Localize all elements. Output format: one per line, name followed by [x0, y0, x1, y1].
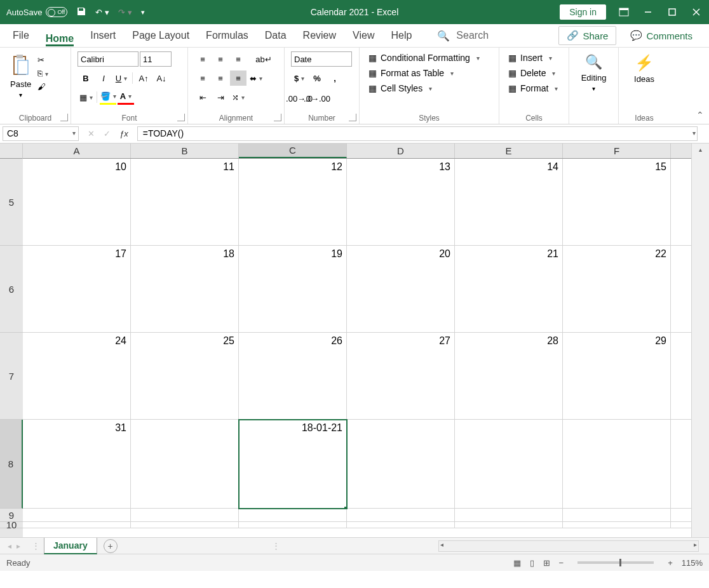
font-name-input[interactable]: [78, 51, 138, 67]
sign-in-button[interactable]: Sign in: [560, 4, 606, 20]
accounting-icon[interactable]: $: [291, 70, 307, 86]
row-header[interactable]: 10: [0, 522, 23, 528]
italic-button[interactable]: I: [95, 70, 112, 86]
cell[interactable]: [347, 420, 455, 509]
number-format-input[interactable]: [291, 51, 352, 67]
delete-cells-button[interactable]: ▦Delete: [506, 67, 562, 79]
minimize-icon[interactable]: [642, 6, 654, 18]
increase-font-icon[interactable]: A↑: [135, 70, 152, 86]
cell[interactable]: 11: [131, 159, 239, 246]
copy-icon[interactable]: ⎘: [37, 69, 48, 78]
font-dialog-launcher[interactable]: [177, 114, 185, 121]
editing-button[interactable]: 🔍 Editing ▾: [576, 51, 612, 95]
align-right-icon[interactable]: ≡: [230, 70, 246, 86]
cell[interactable]: [23, 522, 131, 528]
font-size-input[interactable]: [140, 51, 172, 67]
column-header[interactable]: B: [131, 144, 239, 158]
cell[interactable]: 19: [239, 246, 347, 333]
comma-icon[interactable]: ,: [327, 70, 343, 86]
maximize-icon[interactable]: [666, 6, 679, 18]
expand-formula-icon[interactable]: ▾: [692, 130, 696, 137]
zoom-in-icon[interactable]: +: [668, 558, 673, 568]
format-painter-icon[interactable]: 🖌: [37, 82, 48, 91]
page-layout-view-icon[interactable]: ▯: [530, 558, 534, 568]
add-sheet-button[interactable]: +: [104, 539, 118, 553]
fx-icon[interactable]: ƒx: [119, 129, 128, 138]
tab-file[interactable]: File: [13, 30, 29, 41]
cell[interactable]: 17: [23, 246, 131, 333]
cell[interactable]: [347, 509, 455, 522]
select-all-corner[interactable]: [0, 144, 23, 159]
orientation-icon[interactable]: ⤭: [230, 90, 246, 105]
cell[interactable]: 14: [455, 159, 563, 246]
percent-icon[interactable]: %: [309, 70, 325, 86]
sheet-nav-prev-icon[interactable]: ◂: [8, 542, 11, 551]
row-header[interactable]: 6: [0, 246, 23, 333]
cell[interactable]: 26: [239, 333, 347, 420]
cell[interactable]: [239, 509, 347, 522]
close-icon[interactable]: [690, 6, 703, 18]
align-middle-icon[interactable]: ≡: [212, 51, 229, 67]
cell[interactable]: [239, 522, 347, 528]
cell[interactable]: 12: [239, 159, 347, 246]
cell[interactable]: 18-01-21: [239, 420, 347, 509]
tell-me-search[interactable]: 🔍 Search: [437, 30, 489, 42]
cell[interactable]: [131, 420, 239, 509]
tab-home[interactable]: Home: [46, 30, 74, 46]
cancel-formula-icon[interactable]: ✕: [88, 129, 95, 138]
row-header[interactable]: 8: [0, 420, 23, 509]
align-bottom-icon[interactable]: ≡: [230, 51, 246, 67]
cell[interactable]: [563, 509, 671, 522]
cell[interactable]: [23, 509, 131, 522]
decrease-decimal-icon[interactable]: .0→.00: [309, 91, 325, 106]
row-header[interactable]: 7: [0, 333, 23, 420]
cell[interactable]: [455, 522, 563, 528]
customize-qat-icon[interactable]: ▾: [141, 8, 145, 17]
borders-icon[interactable]: ▦: [78, 90, 94, 105]
clipboard-dialog-launcher[interactable]: [60, 114, 68, 121]
align-left-icon[interactable]: ≡: [194, 70, 211, 86]
undo-icon[interactable]: ↶ ▾: [95, 8, 109, 17]
column-header[interactable]: A: [23, 144, 131, 158]
ribbon-display-icon[interactable]: [618, 6, 630, 18]
row-header[interactable]: 5: [0, 159, 23, 246]
cell[interactable]: 31: [23, 420, 131, 509]
page-break-view-icon[interactable]: ⊞: [543, 558, 550, 568]
alignment-dialog-launcher[interactable]: [274, 114, 281, 121]
cell[interactable]: [131, 522, 239, 528]
cell[interactable]: 22: [563, 246, 671, 333]
tab-help[interactable]: Help: [391, 30, 412, 41]
number-dialog-launcher[interactable]: [349, 114, 356, 121]
cell[interactable]: 21: [455, 246, 563, 333]
tab-insert[interactable]: Insert: [90, 30, 116, 41]
tab-formulas[interactable]: Formulas: [206, 30, 248, 41]
column-header[interactable]: D: [347, 144, 455, 158]
cell[interactable]: [563, 420, 671, 509]
share-button[interactable]: 🔗Share: [558, 26, 616, 45]
wrap-text-icon[interactable]: ab↵: [255, 51, 272, 67]
cell[interactable]: [131, 509, 239, 522]
cell[interactable]: 28: [455, 333, 563, 420]
align-top-icon[interactable]: ≡: [194, 51, 211, 67]
cell[interactable]: 29: [563, 333, 671, 420]
horizontal-scrollbar[interactable]: [438, 540, 699, 552]
tab-page-layout[interactable]: Page Layout: [132, 30, 189, 41]
cell[interactable]: [455, 509, 563, 522]
name-box[interactable]: C8▾: [3, 126, 79, 141]
comments-button[interactable]: 💬Comments: [623, 26, 700, 45]
increase-indent-icon[interactable]: ⇥: [212, 90, 229, 105]
underline-button[interactable]: U: [113, 70, 130, 86]
ideas-button[interactable]: ⚡ Ideas: [625, 51, 663, 86]
bold-button[interactable]: B: [78, 70, 94, 86]
cell[interactable]: [455, 420, 563, 509]
cell[interactable]: 27: [347, 333, 455, 420]
sheet-tab-january[interactable]: January: [44, 538, 97, 554]
font-color-icon[interactable]: A: [118, 90, 134, 105]
formula-input[interactable]: =TODAY()▾: [137, 126, 698, 141]
cells-area[interactable]: 1011121314151718192021222425262728293118…: [23, 159, 691, 537]
cut-icon[interactable]: ✂: [37, 55, 48, 65]
column-header[interactable]: C: [239, 144, 347, 158]
fill-color-icon[interactable]: 🪣: [100, 90, 116, 105]
decrease-font-icon[interactable]: A↓: [153, 70, 170, 86]
zoom-level[interactable]: 115%: [682, 558, 703, 568]
